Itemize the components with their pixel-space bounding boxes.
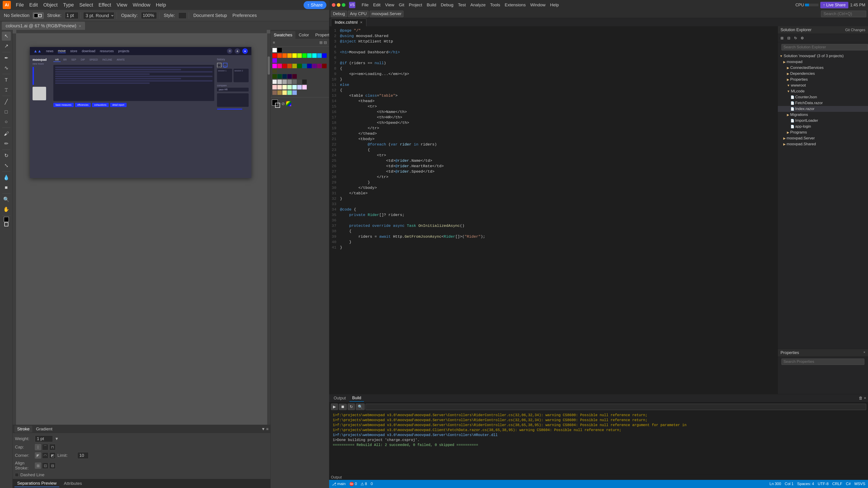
moov-tab-incline[interactable]: INCLINE (101, 58, 114, 62)
sol-tool-4[interactable]: ⚙ (799, 35, 805, 41)
sol-shared[interactable]: ▶ moovpad.Shared (778, 141, 868, 147)
swatch-magenta[interactable] (272, 64, 277, 68)
status-language[interactable]: C# (846, 482, 851, 486)
swatch-gray-4[interactable] (292, 79, 297, 84)
live-share-btn[interactable]: ↑ Live Share (820, 2, 848, 8)
moov-tab-br[interactable]: BR (61, 58, 68, 62)
tool-curvature[interactable]: ∿ (2, 64, 11, 72)
menu-effect[interactable]: Effect (96, 1, 114, 9)
ide-menu-debug[interactable]: Debug (439, 2, 455, 8)
swatch-light-red[interactable] (272, 85, 277, 90)
moov-nav-download[interactable]: download (82, 49, 95, 53)
moov-tab-dip[interactable]: DIP (79, 58, 87, 62)
sol-mlcode[interactable]: ▼ MLcode (778, 88, 868, 94)
tool-type[interactable]: T (2, 75, 11, 85)
status-branch[interactable]: ⎇ main (332, 482, 346, 486)
moov-icon-3[interactable]: ● (242, 48, 248, 54)
panel-stroke[interactable] (275, 103, 280, 108)
moov-btn-basic[interactable]: basic measures (53, 103, 74, 107)
swatch-pink[interactable] (277, 64, 282, 68)
swatch-lavender[interactable] (297, 85, 302, 90)
panel-collapse[interactable]: ▼ (261, 427, 266, 431)
tool-touch-type[interactable]: 𝚃 (2, 86, 11, 94)
swatch-orange[interactable] (282, 53, 287, 58)
menu-object[interactable]: Object (41, 1, 60, 9)
swatch-amber[interactable] (287, 53, 292, 58)
stroke-color[interactable] (38, 14, 41, 17)
stroke-box[interactable] (4, 222, 8, 226)
moov-history-circle-1[interactable]: ○ (217, 63, 221, 67)
menu-help[interactable]: Help (153, 1, 168, 9)
swatch-orange-red[interactable] (277, 53, 282, 58)
swatch-yellow[interactable] (292, 53, 297, 58)
window-max-btn[interactable] (342, 3, 345, 7)
separations-tab[interactable]: Separations Preview (14, 480, 59, 487)
fill-color[interactable] (34, 13, 38, 18)
moov-btn-efficiencies[interactable]: efficiencies (75, 103, 91, 107)
swatch-dark-blue[interactable] (307, 64, 312, 68)
panel-menu[interactable]: ≡ (266, 427, 269, 431)
tool-line[interactable]: ╱ (2, 97, 11, 106)
moov-nav-projects[interactable]: projects (118, 49, 129, 53)
menu-select[interactable]: Select (77, 1, 95, 9)
swatch-light-green[interactable] (287, 85, 292, 90)
sol-index[interactable]: 📄 Index.razor (778, 106, 868, 112)
swatch-dark-magenta[interactable] (317, 64, 322, 68)
swatch-gray-3[interactable] (287, 79, 292, 84)
swatch-dark-purple[interactable] (287, 74, 292, 78)
sol-tool-2[interactable]: ⊟ (785, 35, 792, 41)
code-editor[interactable]: 1 @page "/" 2 @using moovpad.Shared 3 @i… (329, 26, 778, 394)
cap-round[interactable]: ⌒ (42, 444, 49, 450)
ide-menu-file[interactable]: File (360, 2, 370, 8)
scrollbar-thumb[interactable] (268, 57, 270, 74)
tab-swatches[interactable]: Swatches (271, 31, 296, 39)
sol-tool-3[interactable]: ↻ (792, 35, 799, 41)
properties-close[interactable]: × (864, 350, 865, 355)
weight-input[interactable] (35, 435, 53, 442)
output-toolbar-btn-2[interactable]: ⏹ (339, 404, 347, 410)
swatch-tan[interactable] (277, 90, 282, 95)
tool-pencil[interactable]: ✏ (2, 139, 11, 148)
ide-menu-build[interactable]: Build (425, 2, 438, 8)
moov-btn-detail[interactable]: detail report (110, 103, 127, 107)
output-filter-input[interactable] (366, 404, 866, 410)
swatch-light-yellow[interactable] (282, 90, 287, 95)
menu-edit[interactable]: Edit (27, 1, 40, 9)
swatch-cyan[interactable] (312, 53, 317, 58)
swatch-gray-2[interactable] (282, 79, 287, 84)
sol-connected-services[interactable]: ▶ ConnectedServices (778, 65, 868, 71)
swatch-dark-olive[interactable] (272, 69, 277, 73)
tool-gradient[interactable]: ■ (2, 183, 11, 192)
corner-miter[interactable]: ◤ (35, 452, 41, 459)
swatch-forest2[interactable] (277, 74, 282, 78)
tool-pen[interactable]: ✒ (2, 54, 11, 63)
ide-menu-view[interactable]: View (383, 2, 396, 8)
weight-dropdown[interactable]: ▼ (55, 436, 59, 441)
moov-tab-hr[interactable]: HR (53, 58, 61, 62)
cap-square[interactable]: ⊓ (49, 444, 56, 450)
share-button[interactable]: ↑ Share (304, 1, 327, 9)
menu-file[interactable]: File (13, 1, 26, 9)
moov-icon-1[interactable]: ⚙ (227, 48, 232, 54)
swatch-gray-5[interactable] (297, 79, 302, 84)
moov-tab-arate[interactable]: ARATE (115, 58, 127, 62)
properties-search-input[interactable] (781, 359, 864, 365)
swatch-light-gray[interactable] (272, 79, 277, 84)
swatch-dark-green[interactable] (297, 64, 302, 68)
moov-history-circle-2[interactable]: ○ (223, 63, 227, 67)
swatch-gray-1[interactable] (277, 79, 282, 84)
tool-eyedropper[interactable]: 💧 (2, 173, 11, 182)
window-min-btn[interactable] (337, 3, 340, 7)
dashed-checkbox[interactable] (15, 473, 19, 477)
stroke-input[interactable] (65, 12, 79, 19)
panel-none-box[interactable]: ⊘ (281, 101, 285, 106)
swatch-purple[interactable] (312, 64, 317, 68)
ide-menu-git[interactable]: Git (397, 2, 406, 8)
any-cpu-btn[interactable]: Any CPU (348, 11, 369, 17)
moov-nav-resources[interactable]: resources (100, 49, 114, 53)
fill-box[interactable] (4, 217, 9, 222)
ide-menu-extensions[interactable]: Extensions (503, 2, 528, 8)
sol-dependencies[interactable]: ▶ Dependencies (778, 71, 868, 76)
moov-tab-speed[interactable]: SPEED (88, 58, 100, 62)
editor-tab-index[interactable]: Index.cshtml × (331, 19, 366, 26)
